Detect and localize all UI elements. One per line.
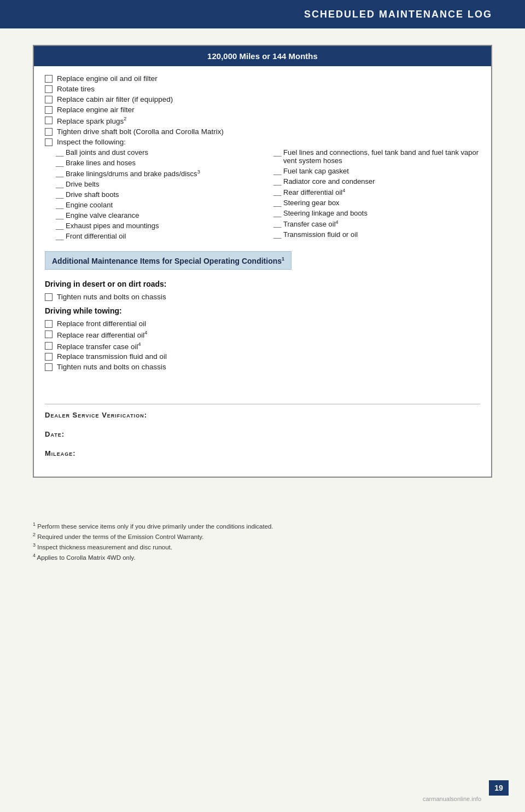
main-table: 120,000 Miles or 144 Months Replace engi…: [33, 45, 492, 478]
footnote-2: 2 Required under the terms of the Emissi…: [33, 532, 492, 540]
item-text: Replace spark plugs2: [57, 116, 126, 125]
list-item: __ Brake linings/drums and brake pads/di…: [56, 169, 262, 178]
list-item: Tighten nuts and bolts on chassis: [45, 293, 480, 301]
footer-section: Dealer Service Verification: Date: Milea…: [45, 404, 480, 457]
list-item: __ Steering gear box: [273, 199, 480, 207]
list-item: Tighten nuts and bolts on chassis: [45, 363, 480, 371]
table-header: 120,000 Miles or 144 Months: [34, 46, 491, 66]
list-item: __ Engine valve clearance: [56, 211, 262, 219]
checkbox[interactable]: [45, 342, 52, 350]
driving-desert-label: Driving in desert or on dirt roads:: [45, 280, 480, 288]
list-item: Replace rear differential oil4: [45, 330, 480, 339]
list-item: Inspect the following:: [45, 138, 480, 146]
inspect-label: Inspect the following:: [57, 138, 126, 146]
dash-icon: __: [273, 188, 283, 196]
checkbox[interactable]: [45, 363, 52, 371]
inspect-col-left: __ Ball joints and dust covers __ Brake …: [56, 148, 262, 242]
list-item: Tighten drive shaft bolt (Corolla and Co…: [45, 127, 480, 136]
dash-icon: __: [273, 167, 283, 175]
additional-section: Additional Maintenance Items for Special…: [45, 251, 480, 372]
item-text: Rotate tires: [57, 85, 95, 93]
page-title: Scheduled Maintenance Log: [304, 9, 492, 20]
list-item: __ Transmission fluid or oil: [273, 230, 480, 239]
dash-icon: __: [273, 219, 283, 228]
list-item: Replace spark plugs2: [45, 116, 480, 125]
dash-icon: __: [56, 222, 66, 230]
checkbox[interactable]: [45, 330, 52, 338]
list-item: __ Transfer case oil4: [273, 219, 480, 228]
item-text: Tighten drive shaft bolt (Corolla and Co…: [57, 127, 224, 136]
checkbox[interactable]: [45, 96, 52, 103]
item-text: Replace engine oil and oil filter: [57, 74, 158, 83]
list-item: Replace front differential oil: [45, 320, 480, 328]
dash-icon: __: [273, 230, 283, 239]
list-item: Replace transmission fluid and oil: [45, 352, 480, 361]
dash-icon: __: [56, 232, 66, 240]
dash-icon: __: [273, 177, 283, 185]
dash-icon: __: [273, 148, 283, 156]
dash-icon: __: [273, 209, 283, 217]
watermark: carmanualsonline.info: [423, 796, 481, 802]
mileage-label: Mileage:: [45, 449, 480, 457]
list-item: __ Drive belts: [56, 180, 262, 188]
checkbox[interactable]: [45, 293, 52, 301]
list-item: Replace engine air filter: [45, 106, 480, 114]
list-item: Replace transfer case oil4: [45, 341, 480, 351]
page-number: 19: [489, 780, 509, 796]
list-item: __ Radiator core and condenser: [273, 177, 480, 185]
list-item: __ Exhaust pipes and mountings: [56, 222, 262, 230]
list-item: __ Steering linkage and boots: [273, 209, 480, 217]
checkbox[interactable]: [45, 75, 52, 83]
page-header: Scheduled Maintenance Log: [0, 0, 525, 28]
dash-icon: __: [56, 180, 66, 188]
list-item: __ Fuel lines and connections, fuel tank…: [273, 148, 480, 165]
list-item: Replace engine oil and oil filter: [45, 74, 480, 83]
inspect-col-right: __ Fuel lines and connections, fuel tank…: [273, 148, 480, 242]
list-item: __ Fuel tank cap gasket: [273, 167, 480, 175]
additional-header: Additional Maintenance Items for Special…: [45, 251, 291, 270]
date-label: Date:: [45, 430, 480, 438]
list-item: __ Rear differential oil4: [273, 188, 480, 196]
driving-towing-label: Driving while towing:: [45, 306, 480, 315]
footnote-4: 4 Applies to Corolla Matrix 4WD only.: [33, 553, 492, 561]
dash-icon: __: [56, 201, 66, 209]
table-body: Replace engine oil and oil filter Rotate…: [34, 66, 491, 477]
checkbox[interactable]: [45, 117, 52, 124]
list-item: __ Brake lines and hoses: [56, 159, 262, 167]
driving-towing-section: Driving while towing: Replace front diff…: [45, 306, 480, 371]
footnotes: 1 Perform these service items only if yo…: [0, 516, 525, 568]
dash-icon: __: [56, 190, 66, 199]
page-content: 120,000 Miles or 144 Months Replace engi…: [0, 28, 525, 511]
driving-desert-section: Driving in desert or on dirt roads: Tigh…: [45, 280, 480, 301]
dash-icon: __: [56, 159, 66, 167]
item-text: Replace engine air filter: [57, 106, 135, 114]
checkbox[interactable]: [45, 138, 52, 146]
checkbox[interactable]: [45, 353, 52, 361]
dash-icon: __: [56, 148, 66, 156]
dealer-service-label: Dealer Service Verification:: [45, 411, 480, 419]
list-item: __ Engine coolant: [56, 201, 262, 209]
dash-icon: __: [273, 199, 283, 207]
checkbox[interactable]: [45, 128, 52, 136]
checkbox[interactable]: [45, 320, 52, 328]
footnote-1: 1 Perform these service items only if yo…: [33, 521, 492, 530]
dash-icon: __: [56, 169, 66, 177]
footnote-3: 3 Inspect thickness measurement and disc…: [33, 542, 492, 550]
list-item: __ Front differential oil: [56, 232, 262, 240]
inspect-columns: __ Ball joints and dust covers __ Brake …: [56, 148, 480, 242]
header-blue-tab: [0, 0, 49, 28]
list-item: Rotate tires: [45, 85, 480, 93]
list-item: __ Ball joints and dust covers: [56, 148, 262, 156]
item-text: Replace cabin air filter (if equipped): [57, 95, 173, 103]
list-item: Replace cabin air filter (if equipped): [45, 95, 480, 103]
checkbox[interactable]: [45, 85, 52, 93]
checkbox[interactable]: [45, 106, 52, 114]
dash-icon: __: [56, 211, 66, 219]
list-item: __ Drive shaft boots: [56, 190, 262, 199]
